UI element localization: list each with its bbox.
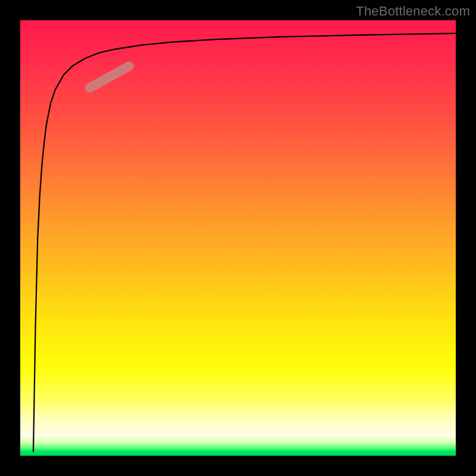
- curve-layer: [20, 20, 456, 456]
- bottleneck-curve: [33, 33, 456, 452]
- watermark-label: TheBottleneck.com: [356, 4, 470, 19]
- plot-area: [20, 20, 456, 456]
- chart-stage: TheBottleneck.com: [0, 0, 476, 476]
- curve-highlight-segment: [90, 66, 129, 88]
